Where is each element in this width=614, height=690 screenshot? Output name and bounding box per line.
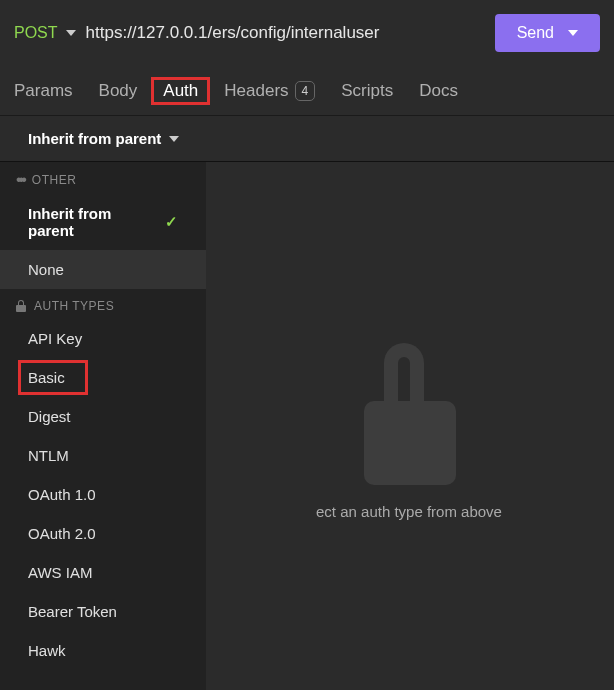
auth-type-sidebar: ••• OTHER Inherit from parent ✓ None AUT… (0, 162, 206, 690)
tab-params[interactable]: Params (14, 66, 73, 115)
url-input[interactable] (86, 23, 485, 43)
placeholder-text: ect an auth type from above (316, 503, 502, 520)
auth-option-oauth1[interactable]: OAuth 1.0 (0, 475, 206, 514)
tab-headers[interactable]: Headers 4 (224, 66, 315, 115)
lock-icon (16, 300, 26, 312)
tab-docs[interactable]: Docs (419, 66, 458, 115)
auth-option-bearer[interactable]: Bearer Token (0, 592, 206, 631)
chevron-down-icon (66, 30, 76, 36)
request-bar: POST Send (0, 0, 614, 66)
headers-count-badge: 4 (295, 81, 316, 101)
auth-option-digest[interactable]: Digest (0, 397, 206, 436)
tab-auth[interactable]: Auth (163, 66, 198, 115)
auth-option-ntlm[interactable]: NTLM (0, 436, 206, 475)
section-auth-types: AUTH TYPES (0, 289, 206, 319)
chevron-down-icon (568, 30, 578, 36)
auth-selector-label: Inherit from parent (28, 130, 161, 147)
auth-option-inherit[interactable]: Inherit from parent ✓ (0, 194, 206, 250)
unlocked-icon (364, 343, 456, 485)
send-button[interactable]: Send (495, 14, 600, 52)
main-area: ••• OTHER Inherit from parent ✓ None AUT… (0, 161, 614, 690)
section-label: AUTH TYPES (34, 299, 114, 313)
auth-content: ect an auth type from above (206, 162, 614, 690)
tab-scripts[interactable]: Scripts (341, 66, 393, 115)
tabs-row: Params Body Auth Headers 4 Scripts Docs (0, 66, 614, 116)
auth-option-aws-iam[interactable]: AWS IAM (0, 553, 206, 592)
dots-icon: ••• (16, 172, 24, 188)
check-icon: ✓ (165, 213, 178, 231)
auth-option-basic[interactable]: Basic (0, 358, 206, 397)
section-label: OTHER (32, 173, 77, 187)
auth-option-oauth2[interactable]: OAuth 2.0 (0, 514, 206, 553)
lock-illustration (364, 343, 456, 485)
method-label: POST (14, 24, 58, 42)
method-select[interactable]: POST (14, 24, 76, 42)
auth-option-none[interactable]: None (0, 250, 206, 289)
auth-type-selector[interactable]: Inherit from parent (0, 116, 614, 161)
section-other: ••• OTHER (0, 162, 206, 194)
chevron-down-icon (169, 136, 179, 142)
auth-option-api-key[interactable]: API Key (0, 319, 206, 358)
send-label: Send (517, 24, 554, 42)
tab-body[interactable]: Body (99, 66, 138, 115)
auth-option-hawk[interactable]: Hawk (0, 631, 206, 670)
